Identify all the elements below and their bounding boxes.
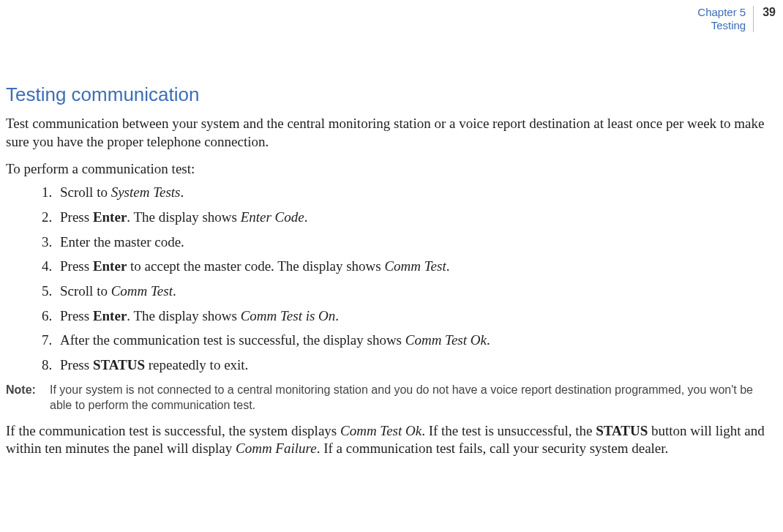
step-6: Press Enter. The display shows Comm Test… xyxy=(56,307,777,326)
header-divider xyxy=(753,6,754,32)
note-label: Note: xyxy=(6,382,50,413)
step-8: Press STATUS repeatedly to exit. xyxy=(56,356,777,375)
page-content: Testing communication Test communication… xyxy=(0,83,783,458)
chapter-line-2: Testing xyxy=(697,19,746,32)
document-page: Chapter 5 Testing 39 Testing communicati… xyxy=(0,0,783,458)
intro-paragraph: Test communication between your system a… xyxy=(6,115,777,151)
result-paragraph: If the communication test is successful,… xyxy=(6,422,777,458)
step-2: Press Enter. The display shows Enter Cod… xyxy=(56,208,777,227)
chapter-line-1: Chapter 5 xyxy=(697,6,746,19)
step-7: After the communication test is successf… xyxy=(56,331,777,350)
step-4: Press Enter to accept the master code. T… xyxy=(56,257,777,276)
section-title: Testing communication xyxy=(6,83,777,106)
step-3: Enter the master code. xyxy=(56,233,777,252)
lead-line: To perform a communication test: xyxy=(6,161,777,177)
page-number: 39 xyxy=(757,6,776,32)
step-1: Scroll to System Tests. xyxy=(56,183,777,202)
chapter-label: Chapter 5 Testing xyxy=(697,6,753,32)
note-block: Note: If your system is not connected to… xyxy=(6,382,777,413)
step-5: Scroll to Comm Test. xyxy=(56,282,777,301)
steps-list: Scroll to System Tests. Press Enter. The… xyxy=(6,183,777,374)
note-text: If your system is not connected to a cen… xyxy=(50,382,777,413)
page-header: Chapter 5 Testing 39 xyxy=(0,6,783,32)
